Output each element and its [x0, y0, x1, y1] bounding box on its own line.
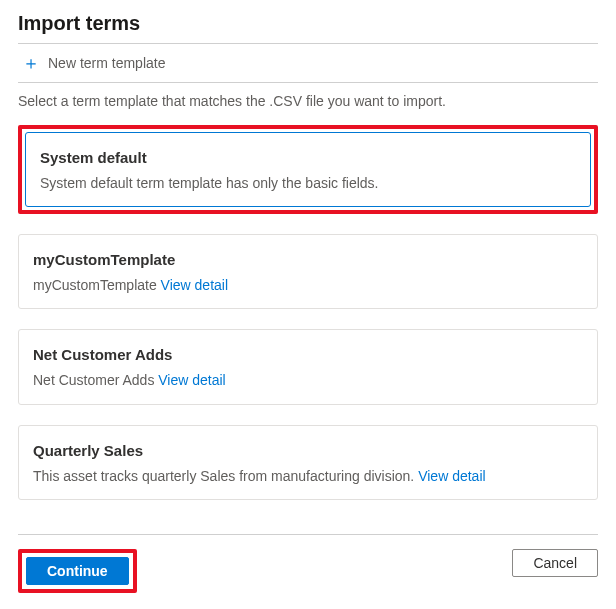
selection-highlight: System defaultSystem default term templa… [18, 125, 598, 214]
template-card-description: Net Customer Adds View detail [33, 371, 583, 389]
plus-icon: ＋ [22, 54, 40, 72]
cancel-button[interactable]: Cancel [512, 549, 598, 577]
continue-button[interactable]: Continue [26, 557, 129, 585]
template-card-description-text: System default term template has only th… [40, 175, 379, 191]
page-title: Import terms [18, 12, 598, 43]
template-card-description-text: myCustomTemplate [33, 277, 157, 293]
instructions-text: Select a term template that matches the … [18, 83, 598, 125]
template-card[interactable]: Quarterly SalesThis asset tracks quarter… [18, 425, 598, 500]
template-card-description-text: Net Customer Adds [33, 372, 154, 388]
template-card-description-text: This asset tracks quarterly Sales from m… [33, 468, 414, 484]
template-card-description: System default term template has only th… [40, 174, 576, 192]
footer-divider [18, 534, 598, 535]
new-term-template-label: New term template [48, 55, 165, 71]
template-card[interactable]: System defaultSystem default term templa… [25, 132, 591, 207]
template-card-title: Quarterly Sales [33, 442, 583, 459]
template-card-description: myCustomTemplate View detail [33, 276, 583, 294]
template-card-title: Net Customer Adds [33, 346, 583, 363]
new-term-template-button[interactable]: ＋ New term template [18, 44, 598, 82]
continue-highlight: Continue [18, 549, 137, 593]
template-card-description: This asset tracks quarterly Sales from m… [33, 467, 583, 485]
template-card-title: myCustomTemplate [33, 251, 583, 268]
template-card[interactable]: myCustomTemplatemyCustomTemplate View de… [18, 234, 598, 309]
template-card[interactable]: Net Customer AddsNet Customer Adds View … [18, 329, 598, 404]
template-card-title: System default [40, 149, 576, 166]
view-detail-link[interactable]: View detail [418, 468, 485, 484]
view-detail-link[interactable]: View detail [158, 372, 225, 388]
view-detail-link[interactable]: View detail [161, 277, 228, 293]
